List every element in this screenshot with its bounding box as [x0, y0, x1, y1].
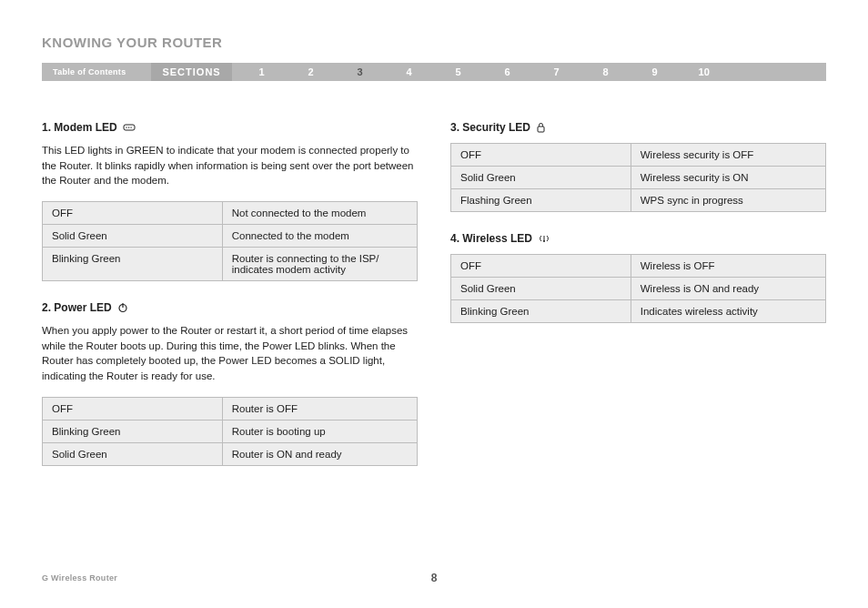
led-state: Flashing Green: [451, 189, 631, 212]
section-link-3[interactable]: 3: [336, 66, 385, 77]
led-state: Solid Green: [451, 167, 631, 189]
led-state: OFF: [451, 144, 631, 167]
table-row: Solid GreenWireless is ON and ready: [451, 278, 826, 300]
led-state: Blinking Green: [43, 420, 223, 442]
sections-label: SECTIONS: [151, 63, 231, 81]
table-row: OFFWireless is OFF: [451, 255, 826, 278]
table-row: Solid GreenConnected to the modem: [43, 225, 418, 248]
led-state: OFF: [43, 202, 223, 225]
left-column: 1. Modem LED This LED lights in GREEN to…: [42, 121, 418, 486]
section-nav-bar: Table of Contents SECTIONS 1 2 3 4 5 6 7…: [42, 63, 826, 81]
table-row: OFFWireless security is OFF: [451, 144, 826, 167]
led-state: Solid Green: [451, 278, 631, 300]
wireless-icon: [538, 233, 550, 244]
led-state: Blinking Green: [451, 300, 631, 323]
led-desc: Connected to the modem: [222, 225, 417, 248]
power-icon: [117, 302, 128, 313]
page-number: 8: [431, 572, 438, 584]
page-footer: G Wireless Router 8: [42, 573, 826, 583]
right-column: 3. Security LED OFFWireless security is …: [450, 121, 826, 486]
table-row: Solid GreenRouter is ON and ready: [43, 442, 418, 465]
section-link-10[interactable]: 10: [680, 66, 729, 77]
svg-rect-1: [126, 127, 126, 128]
modem-led-heading: 1. Modem LED: [42, 121, 418, 134]
led-desc: Wireless is ON and ready: [631, 278, 825, 300]
table-row: Solid GreenWireless security is ON: [451, 167, 826, 189]
section-link-2[interactable]: 2: [287, 66, 336, 77]
section-link-6[interactable]: 6: [483, 66, 532, 77]
table-row: Blinking GreenRouter is connecting to th…: [43, 248, 418, 281]
led-state: OFF: [451, 255, 631, 278]
led-state: Solid Green: [43, 442, 223, 465]
table-row: Blinking GreenRouter is booting up: [43, 420, 418, 442]
wireless-led-heading-text: 4. Wireless LED: [450, 232, 532, 245]
led-desc: Wireless is OFF: [631, 255, 825, 278]
table-row: OFFRouter is OFF: [43, 397, 418, 420]
led-desc: Router is connecting to the ISP/ indicat…: [222, 248, 417, 281]
led-state: Solid Green: [43, 225, 223, 248]
led-desc: Router is ON and ready: [222, 442, 417, 465]
power-led-heading-text: 2. Power LED: [42, 301, 112, 314]
section-link-7[interactable]: 7: [532, 66, 581, 77]
led-desc: Router is OFF: [222, 397, 417, 420]
table-row: OFFNot connected to the modem: [43, 202, 418, 225]
security-led-heading-text: 3. Security LED: [450, 121, 530, 134]
led-state: OFF: [43, 397, 223, 420]
led-state: Blinking Green: [43, 248, 223, 281]
led-desc: Wireless security is OFF: [631, 144, 825, 167]
svg-rect-2: [128, 127, 129, 128]
modem-led-description: This LED lights in GREEN to indicate tha…: [42, 143, 418, 188]
wireless-led-table: OFFWireless is OFF Solid GreenWireless i…: [450, 254, 826, 323]
security-led-table: OFFWireless security is OFF Solid GreenW…: [450, 143, 826, 212]
section-link-5[interactable]: 5: [434, 66, 483, 77]
section-link-1[interactable]: 1: [237, 66, 287, 77]
section-link-9[interactable]: 9: [631, 66, 680, 77]
svg-rect-3: [130, 127, 131, 128]
led-desc: WPS sync in progress: [631, 189, 825, 212]
power-led-heading: 2. Power LED: [42, 301, 418, 314]
led-desc: Router is booting up: [222, 420, 417, 442]
svg-rect-6: [538, 127, 544, 132]
section-link-8[interactable]: 8: [581, 66, 631, 77]
modem-led-table: OFFNot connected to the modem Solid Gree…: [42, 201, 418, 281]
power-led-description: When you apply power to the Router or re…: [42, 323, 418, 384]
security-led-heading: 3. Security LED: [450, 121, 826, 134]
svg-point-8: [543, 240, 545, 242]
section-link-4[interactable]: 4: [385, 66, 434, 77]
modem-icon: [123, 123, 136, 132]
table-row: Flashing GreenWPS sync in progress: [451, 189, 826, 212]
table-row: Blinking GreenIndicates wireless activit…: [451, 300, 826, 323]
led-desc: Not connected to the modem: [222, 202, 417, 225]
page-title: KNOWING YOUR ROUTER: [42, 35, 826, 50]
lock-icon: [536, 122, 546, 133]
wireless-led-heading: 4. Wireless LED: [450, 232, 826, 245]
led-desc: Indicates wireless activity: [631, 300, 825, 323]
led-desc: Wireless security is ON: [631, 167, 825, 189]
power-led-table: OFFRouter is OFF Blinking GreenRouter is…: [42, 397, 418, 466]
modem-led-heading-text: 1. Modem LED: [42, 121, 117, 134]
toc-link[interactable]: Table of Contents: [53, 67, 126, 76]
